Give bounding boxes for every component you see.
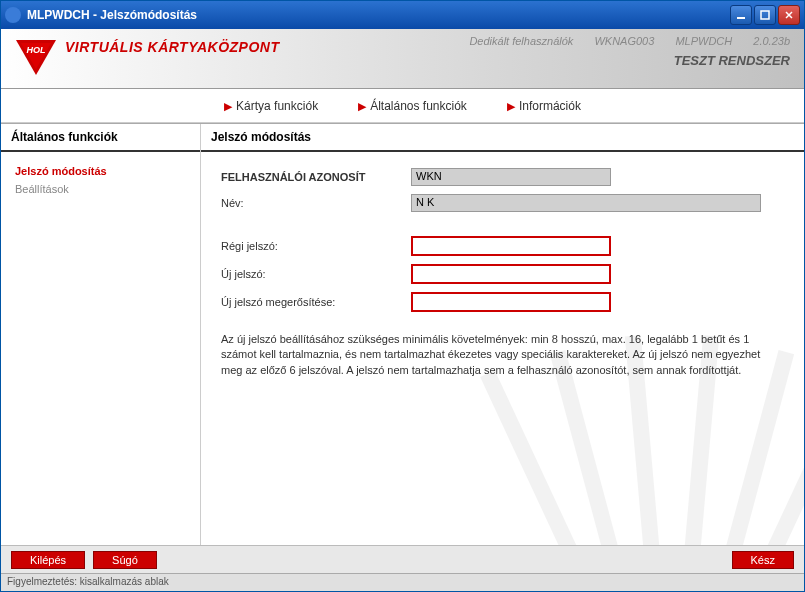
label-old-password: Régi jelszó: [221, 240, 411, 252]
close-button[interactable] [778, 5, 800, 25]
nav-card-functions[interactable]: ▶Kártya funkciók [224, 99, 318, 113]
header: HOL VIRTUÁLIS KÁRTYAKÖZPONT Dedikált fel… [1, 29, 804, 89]
input-old-password[interactable] [411, 236, 611, 256]
minimize-button[interactable] [730, 5, 752, 25]
svg-text:HOL: HOL [27, 45, 46, 55]
header-info: Dedikált felhasználók WKNAG003 MLPWDCH 2… [451, 35, 790, 68]
input-confirm-password[interactable] [411, 292, 611, 312]
help-button[interactable]: Súgó [93, 551, 157, 569]
row-userid: FELHASZNÁLÓI AZONOSÍT WKN [221, 168, 784, 186]
nav-general-functions[interactable]: ▶Általános funkciók [358, 99, 467, 113]
label-new-password: Új jelszó: [221, 268, 411, 280]
row-old-password: Régi jelszó: [221, 236, 784, 256]
content-area: Általános funkciók Jelszó módosítás Beál… [1, 123, 804, 545]
window-title: MLPWDCH - Jelszómódosítás [27, 8, 730, 22]
app-code: MLPWDCH [675, 35, 732, 47]
row-name: Név: N K [221, 194, 784, 212]
statusbar: Figyelmeztetés: kisalkalmazás ablak [1, 573, 804, 591]
field-name: N K [411, 194, 761, 212]
maximize-icon [760, 10, 770, 20]
main-body: FELHASZNÁLÓI AZONOSÍT WKN Név: N K Régi … [201, 152, 804, 545]
arrow-icon: ▶ [224, 100, 232, 112]
sidebar-title: Általános funkciók [1, 124, 200, 152]
label-confirm-password: Új jelszó megerősítése: [221, 296, 411, 308]
titlebar[interactable]: MLPWDCH - Jelszómódosítás [1, 1, 804, 29]
nav-label: Információk [519, 99, 581, 113]
version: 2.0.23b [753, 35, 790, 47]
app-icon [5, 7, 21, 23]
sidebar-item-settings[interactable]: Beállítások [15, 180, 186, 198]
maximize-button[interactable] [754, 5, 776, 25]
svg-rect-1 [761, 11, 769, 19]
sidebar-item-password[interactable]: Jelszó módosítás [15, 162, 186, 180]
label-name: Név: [221, 197, 411, 209]
logo-icon: HOL [13, 37, 59, 77]
window: MLPWDCH - Jelszómódosítás HOL VIRTUÁLIS … [0, 0, 805, 592]
arrow-icon: ▶ [358, 100, 366, 112]
window-controls [730, 5, 800, 25]
label-userid: FELHASZNÁLÓI AZONOSÍT [221, 171, 411, 183]
nav-label: Kártya funkciók [236, 99, 318, 113]
user-label: Dedikált felhasználók [469, 35, 573, 47]
top-nav: ▶Kártya funkciók ▶Általános funkciók ▶In… [1, 89, 804, 123]
row-new-password: Új jelszó: [221, 264, 784, 284]
button-bar: Kilépés Súgó Kész [1, 545, 804, 573]
main-title: Jelszó módosítás [201, 124, 804, 152]
row-confirm-password: Új jelszó megerősítése: [221, 292, 784, 312]
logo: HOL [11, 35, 61, 79]
test-system-label: TESZT RENDSZER [674, 53, 790, 68]
sidebar: Általános funkciók Jelszó módosítás Beál… [1, 124, 201, 545]
minimize-icon [736, 10, 746, 20]
field-userid: WKN [411, 168, 611, 186]
svg-rect-0 [737, 17, 745, 19]
sidebar-items: Jelszó módosítás Beállítások [1, 152, 200, 208]
nav-info[interactable]: ▶Információk [507, 99, 581, 113]
input-new-password[interactable] [411, 264, 611, 284]
main: Jelszó módosítás FELHASZNÁLÓI AZONOSÍT W… [201, 124, 804, 545]
brand-text: VIRTUÁLIS KÁRTYAKÖZPONT [65, 39, 280, 55]
arrow-icon: ▶ [507, 100, 515, 112]
exit-button[interactable]: Kilépés [11, 551, 85, 569]
help-text: Az új jelszó beállításához szükséges min… [221, 332, 781, 378]
nav-label: Általános funkciók [370, 99, 467, 113]
done-button[interactable]: Kész [732, 551, 794, 569]
user-value: WKNAG003 [594, 35, 654, 47]
close-icon [784, 10, 794, 20]
